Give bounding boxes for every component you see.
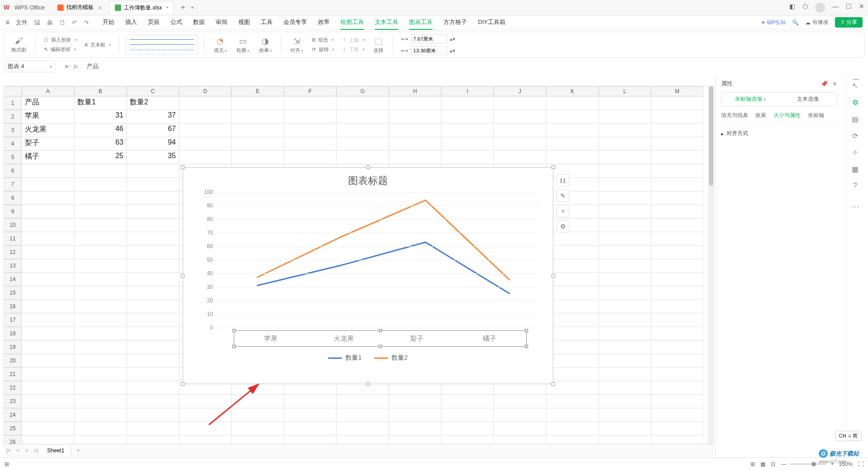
last-sheet-icon[interactable]: >| <box>31 447 41 454</box>
row-header[interactable]: 25 <box>4 422 22 435</box>
resize-handle[interactable] <box>181 274 184 277</box>
cell[interactable] <box>336 408 389 422</box>
cell[interactable] <box>599 150 651 164</box>
resize-handle[interactable] <box>366 382 370 386</box>
zoom-out-icon[interactable]: — <box>781 461 786 467</box>
cell[interactable] <box>284 110 336 123</box>
cell[interactable] <box>651 191 703 205</box>
cell[interactable] <box>599 137 651 150</box>
cell[interactable] <box>74 327 127 340</box>
first-sheet-icon[interactable]: |< <box>4 447 14 454</box>
sheet-tab[interactable]: Sheet1 <box>41 446 71 456</box>
cell[interactable] <box>494 150 546 164</box>
cell[interactable] <box>389 123 441 137</box>
cell[interactable] <box>74 218 127 232</box>
segment-control[interactable]: 坐标轴选项 ▾ 文本选项 <box>721 92 837 106</box>
modified-badge[interactable]: ☁ 有修改 <box>805 19 829 26</box>
name-box[interactable]: 图表 4▾ <box>5 61 55 72</box>
menu-tab-开始[interactable]: 开始 <box>103 15 114 30</box>
cell[interactable] <box>179 123 231 137</box>
tab-size-props[interactable]: 大小与属性 <box>774 112 801 119</box>
move-down-button[interactable]: ⤓下移▾ <box>340 46 366 53</box>
row-header[interactable]: 11 <box>4 232 22 245</box>
cell[interactable] <box>22 178 74 191</box>
insert-shape[interactable]: ⬠插入形状▾ <box>42 37 78 43</box>
pin-icon[interactable]: 📌 <box>821 80 828 87</box>
chart-object[interactable]: ⫿⫿ ✎ ▿ ⚙ 图表标题 苹果火龙果梨子橘子 0102030405060708… <box>183 167 553 384</box>
cell[interactable] <box>127 205 179 218</box>
cell[interactable] <box>22 164 74 178</box>
cell[interactable] <box>22 191 74 205</box>
cell[interactable] <box>74 164 127 178</box>
cell[interactable] <box>22 395 74 408</box>
cell[interactable] <box>231 395 284 408</box>
backup-icon[interactable]: ⟳ <box>852 132 858 140</box>
close-window-icon[interactable]: ✕ <box>859 3 864 13</box>
preview-icon[interactable]: 🗋 <box>59 19 66 26</box>
cell[interactable] <box>546 205 599 218</box>
row-header[interactable]: 5 <box>4 150 22 164</box>
search-icon[interactable]: 🔍 <box>792 19 799 26</box>
row-header[interactable]: 12 <box>4 245 22 259</box>
x-category-label[interactable]: 橘子 <box>453 331 527 346</box>
cell[interactable] <box>74 191 127 205</box>
outline-button[interactable]: ▭轮廓▾ <box>234 36 252 54</box>
cell[interactable] <box>127 286 179 300</box>
more-icon[interactable]: ⋯ <box>852 202 859 211</box>
cell[interactable] <box>651 313 703 327</box>
menu-tab-页面[interactable]: 页面 <box>148 15 160 30</box>
cell[interactable] <box>651 327 703 340</box>
cell[interactable] <box>74 422 127 435</box>
cell[interactable] <box>179 137 231 150</box>
effect-button[interactable]: ◑效果▾ <box>256 36 274 54</box>
status-left-icon[interactable]: ⊞ <box>5 461 9 467</box>
cell[interactable] <box>651 286 703 300</box>
cell[interactable] <box>441 137 494 150</box>
cell[interactable] <box>441 395 494 408</box>
x-axis-selection[interactable]: 苹果火龙果梨子橘子 <box>234 330 527 347</box>
cell[interactable] <box>651 395 703 408</box>
cell[interactable]: 数量1 <box>74 96 127 110</box>
resize-handle[interactable] <box>181 382 184 386</box>
cell[interactable] <box>231 123 284 137</box>
row-header[interactable]: 13 <box>4 259 22 273</box>
legend-item[interactable]: 数量1 <box>328 354 362 362</box>
column-header[interactable]: E <box>231 86 284 96</box>
cell[interactable] <box>599 273 651 286</box>
formula-content[interactable]: 产品 <box>87 62 99 70</box>
menu-tab-效率[interactable]: 效率 <box>318 15 330 30</box>
row-header[interactable]: 20 <box>4 354 22 367</box>
cell[interactable] <box>389 96 441 110</box>
cell[interactable] <box>22 245 74 259</box>
cell[interactable] <box>284 422 336 435</box>
cell[interactable] <box>599 218 651 232</box>
row-header[interactable]: 18 <box>4 327 22 340</box>
align-button[interactable]: ⇲对齐▾ <box>288 36 306 54</box>
resize-handle[interactable] <box>552 382 555 386</box>
cell[interactable] <box>651 367 703 381</box>
rotate-button[interactable]: ⟳旋转▾ <box>310 46 336 53</box>
cell[interactable] <box>651 340 703 354</box>
cell[interactable] <box>651 408 703 422</box>
resize-handle[interactable] <box>366 165 370 169</box>
menu-tab-审阅[interactable]: 审阅 <box>216 15 227 30</box>
cell[interactable] <box>651 123 703 137</box>
column-header[interactable]: D <box>179 86 231 96</box>
cell[interactable] <box>127 327 179 340</box>
cell[interactable]: 37 <box>127 110 179 123</box>
column-header[interactable]: F <box>284 86 336 96</box>
menu-tab-插入[interactable]: 插入 <box>125 15 137 30</box>
cell[interactable] <box>179 395 231 408</box>
cell[interactable] <box>599 232 651 245</box>
tools-icon[interactable]: ✧ <box>852 148 858 157</box>
cell[interactable] <box>22 367 74 381</box>
cell[interactable] <box>389 137 441 150</box>
column-header[interactable]: L <box>599 86 651 96</box>
align-section[interactable]: ▸ 对齐方式 <box>721 127 837 140</box>
view-normal-icon[interactable]: ⊞ <box>750 461 755 467</box>
print-icon[interactable]: 🖶 <box>47 19 53 26</box>
column-header[interactable]: B <box>74 86 127 96</box>
cell[interactable] <box>546 286 599 300</box>
legend-item[interactable]: 数量2 <box>374 354 408 362</box>
cell[interactable] <box>599 259 651 273</box>
